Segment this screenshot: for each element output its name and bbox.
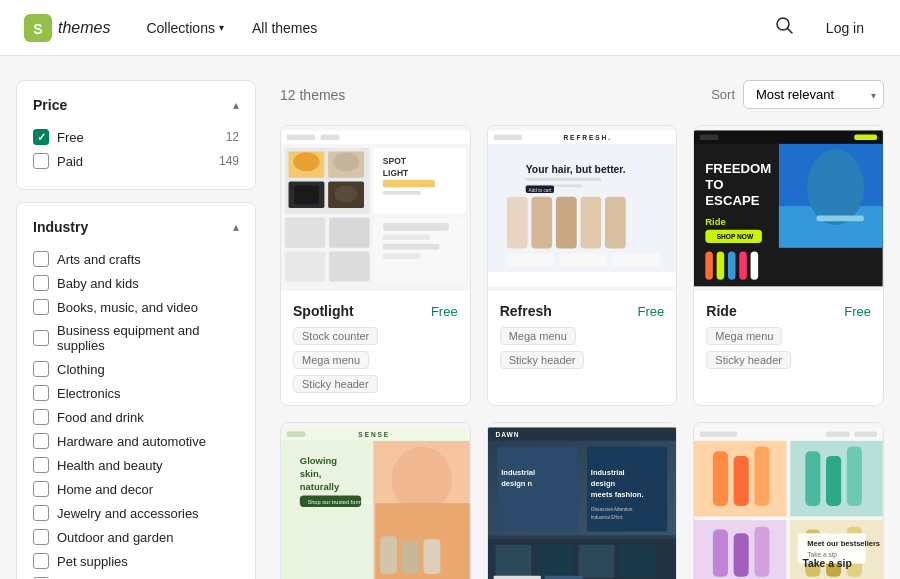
theme-tags-ride: Mega menu Sticky header xyxy=(706,327,871,369)
checkbox-arts-crafts[interactable] xyxy=(33,251,49,267)
theme-price-refresh: Free xyxy=(638,304,665,319)
filter-label-clothing: Clothing xyxy=(57,362,105,377)
svg-rect-120 xyxy=(755,527,770,577)
filter-paid[interactable]: Paid 149 xyxy=(33,149,239,173)
svg-text:Industrial Effort.: Industrial Effort. xyxy=(590,515,623,520)
svg-rect-66 xyxy=(740,251,748,279)
checkbox-books-music-video[interactable] xyxy=(33,299,49,315)
svg-rect-105 xyxy=(700,431,738,437)
svg-rect-44 xyxy=(559,253,606,266)
checkbox-jewelry[interactable] xyxy=(33,505,49,521)
theme-card-refresh[interactable]: REFRESH. Your hair, but better. xyxy=(487,125,678,406)
checkbox-pet-supplies[interactable] xyxy=(33,553,49,569)
svg-text:Shop our trusted formulas: Shop our trusted formulas xyxy=(307,499,372,505)
login-button[interactable]: Log in xyxy=(814,14,876,42)
svg-rect-65 xyxy=(728,251,736,279)
checkbox-free[interactable] xyxy=(33,129,49,145)
theme-card-taste[interactable]: Meet our bestsellers Take a sip Take a s… xyxy=(693,422,884,579)
theme-tags-refresh: Mega menu Sticky header xyxy=(500,327,665,369)
svg-rect-113 xyxy=(734,456,749,506)
filter-industry-restaurants[interactable]: Restaurants xyxy=(33,573,239,579)
svg-point-55 xyxy=(808,150,865,225)
filter-industry-hardware-auto[interactable]: Hardware and automotive xyxy=(33,429,239,453)
theme-card-dawn[interactable]: DAWN xyxy=(487,422,678,579)
filter-label-arts-crafts: Arts and crafts xyxy=(57,252,141,267)
svg-rect-116 xyxy=(826,456,841,506)
checkbox-home-decor[interactable] xyxy=(33,481,49,497)
logo-text: themes xyxy=(58,19,110,37)
theme-preview-sense: SENSE Glowing skin, naturally Shop our t… xyxy=(281,423,470,579)
svg-rect-6 xyxy=(287,134,315,140)
checkbox-health-beauty[interactable] xyxy=(33,457,49,473)
theme-preview-dawn: DAWN xyxy=(488,423,677,579)
filter-industry-arts-crafts[interactable]: Arts and crafts xyxy=(33,247,239,271)
checkbox-paid[interactable] xyxy=(33,153,49,169)
theme-price-spotlight: Free xyxy=(431,304,458,319)
filter-industry-jewelry[interactable]: Jewelry and accessories xyxy=(33,501,239,525)
theme-preview-ride: FREEDOM TO ESCAPE Ride SHOP NOW xyxy=(694,126,883,291)
filter-free[interactable]: Free 12 xyxy=(33,125,239,149)
filter-industry-books-music-video[interactable]: Books, music, and video xyxy=(33,295,239,319)
filter-industry-pet-supplies[interactable]: Pet supplies xyxy=(33,549,239,573)
filter-industry-clothing[interactable]: Clothing xyxy=(33,357,239,381)
checkbox-food-drink[interactable] xyxy=(33,409,49,425)
svg-text:Obsessive Attention.: Obsessive Attention. xyxy=(590,507,633,512)
logo[interactable]: S themes xyxy=(24,14,110,42)
theme-info-ride: Ride Free Mega menu Sticky header xyxy=(694,291,883,381)
header-actions: Log in xyxy=(770,11,876,44)
svg-text:REFRESH.: REFRESH. xyxy=(563,134,611,141)
svg-rect-45 xyxy=(612,253,659,266)
industry-filter-title: Industry xyxy=(33,219,88,235)
filter-industry-baby-kids[interactable]: Baby and kids xyxy=(33,271,239,295)
svg-rect-64 xyxy=(717,251,725,279)
svg-rect-41 xyxy=(580,197,601,249)
svg-text:Industrial: Industrial xyxy=(590,468,624,477)
checkbox-business-equipment[interactable] xyxy=(33,330,49,346)
svg-text:S: S xyxy=(33,21,42,37)
collapse-price-icon[interactable]: ▴ xyxy=(233,98,239,112)
filter-industry-business-equipment[interactable]: Business equipment and supplies xyxy=(33,319,239,357)
checkbox-baby-kids[interactable] xyxy=(33,275,49,291)
svg-rect-52 xyxy=(855,134,878,140)
svg-rect-115 xyxy=(806,451,821,506)
nav-all-themes[interactable]: All themes xyxy=(240,12,329,44)
svg-text:naturally: naturally xyxy=(300,481,340,492)
svg-text:DAWN: DAWN xyxy=(495,431,519,438)
svg-rect-21 xyxy=(383,191,421,195)
theme-card-sense[interactable]: SENSE Glowing skin, naturally Shop our t… xyxy=(280,422,471,579)
svg-text:SHOP NOW: SHOP NOW xyxy=(717,233,754,240)
filter-industry-outdoor-garden[interactable]: Outdoor and garden xyxy=(33,525,239,549)
nav-collections[interactable]: Collections ▾ xyxy=(134,12,235,44)
svg-text:Meet our bestsellers: Meet our bestsellers xyxy=(808,539,881,548)
theme-card-ride[interactable]: FREEDOM TO ESCAPE Ride SHOP NOW xyxy=(693,125,884,406)
svg-rect-33 xyxy=(493,134,521,140)
filter-label-business-equipment: Business equipment and supplies xyxy=(57,323,239,353)
filter-free-count: 12 xyxy=(226,130,239,144)
svg-rect-40 xyxy=(556,197,577,249)
shopify-icon: S xyxy=(24,14,52,42)
svg-rect-112 xyxy=(713,451,728,506)
svg-rect-20 xyxy=(383,180,435,188)
checkbox-clothing[interactable] xyxy=(33,361,49,377)
svg-text:TO: TO xyxy=(706,177,724,192)
search-button[interactable] xyxy=(770,11,798,44)
svg-text:Take a sip: Take a sip xyxy=(803,558,852,569)
svg-text:meets fashion.: meets fashion. xyxy=(590,490,643,499)
theme-card-spotlight[interactable]: SPOT LIGHT xyxy=(280,125,471,406)
filter-industry-home-decor[interactable]: Home and decor xyxy=(33,477,239,501)
sort-select[interactable]: Most relevant Newest Oldest Price: low t… xyxy=(743,80,884,109)
svg-rect-38 xyxy=(507,197,528,249)
filter-label-pet-supplies: Pet supplies xyxy=(57,554,128,569)
checkbox-hardware-auto[interactable] xyxy=(33,433,49,449)
svg-rect-101 xyxy=(620,545,656,578)
checkbox-outdoor-garden[interactable] xyxy=(33,529,49,545)
industry-items: Arts and crafts Baby and kids Books, mus… xyxy=(33,247,239,579)
filter-industry-electronics[interactable]: Electronics xyxy=(33,381,239,405)
filter-industry-health-beauty[interactable]: Health and beauty xyxy=(33,453,239,477)
filter-industry-food-drink[interactable]: Food and drink xyxy=(33,405,239,429)
svg-rect-119 xyxy=(734,533,749,576)
svg-rect-36 xyxy=(525,178,600,181)
checkbox-electronics[interactable] xyxy=(33,385,49,401)
svg-rect-81 xyxy=(402,541,419,574)
collapse-industry-icon[interactable]: ▴ xyxy=(233,220,239,234)
